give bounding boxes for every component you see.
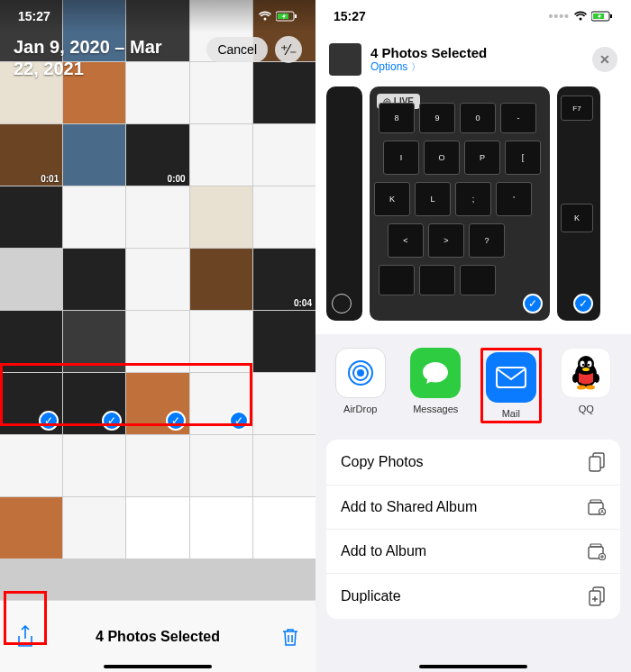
- share-sheet-header: 4 Photos Selected Options 〉 ✕: [316, 32, 631, 86]
- adjust-button[interactable]: ⁺⁄₋: [275, 36, 302, 63]
- photo-thumb[interactable]: [63, 186, 125, 248]
- wifi-icon: [258, 11, 272, 22]
- cellular-icon: ••••: [548, 9, 570, 23]
- photo-thumb[interactable]: [253, 435, 316, 496]
- video-duration: 0:01: [41, 174, 59, 184]
- photo-thumb[interactable]: [0, 186, 62, 248]
- preview-strip[interactable]: ◎ LIVE 8 9 0 - I O P [ K L ; ' < > ? ✓ F…: [316, 86, 631, 334]
- shared-album-icon: [586, 498, 606, 516]
- status-bar: 15:27 ••••: [316, 0, 631, 32]
- messages-icon: [410, 348, 461, 398]
- share-button[interactable]: [16, 625, 34, 649]
- photo-thumb[interactable]: [63, 311, 125, 372]
- check-icon: ✓: [39, 411, 59, 431]
- photo-thumb[interactable]: [253, 311, 316, 372]
- svg-rect-2: [295, 14, 297, 18]
- photo-thumb[interactable]: [190, 249, 252, 310]
- photo-thumb[interactable]: [190, 435, 252, 496]
- close-icon: ✕: [599, 52, 610, 67]
- photo-thumb[interactable]: [63, 249, 125, 310]
- photo-thumb[interactable]: 0:04: [253, 249, 316, 310]
- photo-thumb[interactable]: [253, 497, 316, 558]
- album-icon: [586, 542, 606, 560]
- sliders-icon: ⁺⁄₋: [280, 41, 297, 59]
- svg-point-18: [594, 374, 599, 383]
- share-app-airdrop[interactable]: AirDrop: [330, 348, 391, 423]
- trash-icon: [281, 627, 299, 647]
- close-button[interactable]: ✕: [592, 47, 617, 72]
- check-icon[interactable]: ✓: [523, 294, 543, 313]
- svg-point-13: [588, 361, 592, 368]
- photo-thumb[interactable]: [190, 186, 252, 248]
- svg-point-15: [588, 364, 590, 366]
- photo-thumb[interactable]: [126, 249, 188, 310]
- photo-thumb-selected[interactable]: ✓: [63, 373, 125, 434]
- share-options-link[interactable]: Options 〉: [370, 60, 583, 74]
- photo-grid[interactable]: 0:01 0:00 0:04 ✓ ✓ ✓ ✓: [0, 0, 316, 600]
- home-indicator[interactable]: [419, 665, 527, 668]
- photo-thumb[interactable]: [190, 124, 252, 186]
- date-range-title: Jan 9, 2020 – Mar 22, 2021: [14, 36, 167, 79]
- cancel-button[interactable]: Cancel: [206, 37, 268, 62]
- photo-thumb[interactable]: [0, 497, 62, 558]
- action-add-album[interactable]: Add to Album: [326, 530, 620, 574]
- share-icon: [16, 625, 34, 649]
- app-label: QQ: [579, 404, 594, 414]
- svg-point-20: [586, 386, 595, 390]
- share-app-qq[interactable]: QQ: [555, 348, 617, 423]
- photo-thumb[interactable]: [126, 435, 188, 496]
- svg-point-6: [357, 369, 364, 377]
- svg-point-19: [577, 386, 586, 390]
- preview-card[interactable]: F7 K ✓: [557, 86, 600, 321]
- photo-thumb-selected[interactable]: ✓: [126, 373, 188, 434]
- status-bar: 15:27: [0, 0, 316, 32]
- share-sheet-screen: 15:27 •••• 4 Photos Selected Options 〉 ✕…: [316, 0, 631, 672]
- photo-thumb[interactable]: [63, 435, 125, 496]
- duplicate-icon: [588, 586, 606, 606]
- status-indicators: [258, 11, 297, 22]
- status-time: 15:27: [334, 9, 366, 23]
- action-duplicate[interactable]: Duplicate: [326, 574, 620, 619]
- photo-thumb[interactable]: [63, 497, 125, 558]
- action-label: Copy Photos: [341, 454, 424, 470]
- photo-thumb[interactable]: [126, 311, 188, 372]
- photo-thumb[interactable]: [0, 435, 62, 496]
- svg-point-12: [581, 361, 585, 368]
- photo-thumb[interactable]: [190, 311, 252, 372]
- chevron-right-icon: 〉: [411, 61, 421, 72]
- photo-thumb[interactable]: [126, 186, 188, 248]
- photo-thumb[interactable]: [0, 311, 62, 372]
- photo-thumb[interactable]: [0, 249, 62, 310]
- photo-thumb-selected[interactable]: ✓: [0, 373, 62, 434]
- action-label: Add to Album: [341, 543, 426, 559]
- delete-button[interactable]: [281, 627, 299, 647]
- photo-thumb[interactable]: [126, 497, 188, 558]
- share-app-messages[interactable]: Messages: [405, 348, 466, 423]
- selection-circle[interactable]: [332, 294, 352, 313]
- svg-point-14: [582, 364, 584, 366]
- preview-card[interactable]: ◎ LIVE 8 9 0 - I O P [ K L ; ' < > ? ✓: [370, 86, 550, 321]
- photo-thumb[interactable]: 0:00: [126, 124, 188, 186]
- action-copy-photos[interactable]: Copy Photos: [326, 440, 620, 486]
- photo-thumb[interactable]: [63, 124, 125, 186]
- photo-thumb-selected[interactable]: ✓: [190, 373, 252, 434]
- status-time: 15:27: [18, 9, 50, 23]
- photo-thumb[interactable]: [253, 186, 316, 248]
- check-icon[interactable]: ✓: [573, 294, 593, 313]
- check-icon: ✓: [102, 411, 122, 431]
- share-app-mail[interactable]: Mail: [480, 348, 542, 423]
- airdrop-icon: [335, 348, 386, 398]
- svg-rect-22: [590, 457, 600, 471]
- svg-rect-24: [590, 500, 601, 503]
- photo-thumb[interactable]: [253, 373, 316, 434]
- photo-thumb[interactable]: [253, 124, 316, 186]
- photo-thumb[interactable]: 0:01: [0, 124, 62, 186]
- app-label: AirDrop: [343, 404, 377, 414]
- svg-rect-9: [497, 368, 526, 387]
- photo-thumb[interactable]: [190, 497, 252, 558]
- home-indicator[interactable]: [104, 665, 212, 668]
- svg-point-26: [601, 510, 603, 512]
- svg-point-16: [582, 368, 590, 371]
- preview-card[interactable]: [326, 86, 362, 321]
- action-add-shared-album[interactable]: Add to Shared Album: [326, 486, 620, 530]
